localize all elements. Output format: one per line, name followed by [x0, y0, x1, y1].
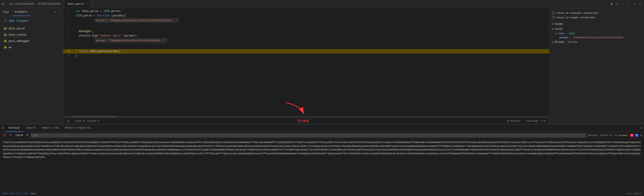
inline-val-2: params = "5588a9e126c91a28cc2f6813e37933…	[94, 18, 179, 23]
drag-handle-icon: ⠿	[2, 126, 6, 130]
pause-uncaught-row: Pause on uncaught exceptions	[550, 11, 644, 15]
deactivate-btn[interactable]: ⤶	[638, 1, 642, 6]
main-area: Page Snippets » ⋮ ＋ New snippet JS data_…	[0, 8, 644, 124]
this-chevron-icon: ▶	[556, 32, 557, 35]
close-console-icon[interactable]: ×	[640, 126, 642, 130]
this-row: ▶ this : JSON	[550, 31, 644, 36]
line-num-2: 2	[63, 13, 72, 18]
pause-caught-row: Pause on caught exceptions	[550, 15, 644, 20]
this-colon: :	[566, 32, 567, 35]
tab-data-parse[interactable]: data_parse ×	[65, 0, 90, 8]
snippet-name: data_parse	[8, 27, 25, 30]
run-snippet-btn[interactable]: ▶ ⌘+Enter	[508, 119, 521, 122]
code-line-6: 6 }	[63, 54, 549, 58]
bottom-console: ⠿ Console Search What's new Memory Inspe…	[0, 124, 644, 196]
global-header[interactable]: ▶ Global Window	[550, 40, 644, 45]
snippet-item-data-parse[interactable]: JS data_parse	[0, 25, 63, 32]
console-tab-console-label: Console	[8, 126, 20, 129]
console-bottom-bar: Show more (15.2 kB) Copy CSDN @吴秋霜	[0, 191, 644, 196]
js-icon-4: JS	[4, 46, 7, 49]
line-code-4: console.log("request data:",params); par…	[72, 34, 549, 49]
pause-uncaught-checkbox[interactable]	[552, 12, 555, 14]
eye-icon[interactable]: 👁	[26, 134, 29, 137]
js-icon-3: JS	[4, 40, 7, 43]
this-key: this	[558, 32, 564, 35]
copy-btn[interactable]: Copy	[30, 193, 36, 195]
coverage-label: Coverage: n/a	[526, 120, 546, 122]
snippet-name-3: pass_debugger	[8, 40, 30, 43]
window-label: Window	[568, 41, 578, 44]
console-tab-memory-label: Memory Inspector	[65, 126, 91, 129]
settings-icon[interactable]: ⚙	[640, 134, 642, 137]
tab-overflow-btn[interactable]: ›	[91, 2, 94, 6]
editor-content[interactable]: 1 var data_parse = JSON.parse; 2 JSON.pa…	[63, 8, 549, 116]
snippet-item-pass-debugger[interactable]: JS pass_debugger	[0, 38, 63, 44]
console-tab-whatsnew[interactable]: What's new	[39, 124, 62, 132]
local-chevron-icon: ▼	[552, 28, 554, 30]
line-num-6: 6	[63, 54, 72, 58]
new-snippet-btn[interactable]: ＋ New snippet	[0, 16, 63, 25]
console-toolbar: 🚫 ⊘ top ▼ 👁 Default levels ▼ 5 Issues: 3…	[0, 132, 644, 139]
show-more-btn[interactable]: Show more (15.2 kB)	[3, 193, 28, 195]
scope-header[interactable]: ▼ Scope	[550, 22, 644, 27]
params-row: params : "5588a9e126c91a28cc2f6813e37933…	[550, 36, 644, 40]
status-bar: {} Line 5, Column 5 密文数据 ▶ ⌘+Enter Cover…	[63, 118, 549, 124]
status-center-text: 密文数据	[104, 119, 502, 123]
step-btn[interactable]: →	[632, 2, 636, 6]
code-line-2: 2 JSON.parse = function (params){ params…	[63, 13, 549, 29]
new-snippet-label: New snippet	[9, 19, 28, 22]
resume-btn[interactable]: ▶	[610, 1, 614, 6]
this-value: JSON	[568, 32, 574, 35]
sidebar-tab-menu-icon[interactable]: ⋮	[58, 10, 63, 14]
line-code-3: debugger;	[72, 29, 549, 34]
snippet-item-ws[interactable]: JS ws	[0, 44, 63, 51]
console-tab-console[interactable]: Console	[6, 124, 23, 132]
console-tab-search[interactable]: Search	[23, 124, 39, 132]
tab-hm-js[interactable]: hm.js?b1b4b9ea6...92160766a9c55c	[6, 0, 64, 8]
tab-close-icon[interactable]: ×	[86, 3, 88, 5]
scope-label: Scope	[555, 22, 563, 26]
context-select[interactable]: top ▼	[14, 133, 24, 137]
exceptions-section: Pause on uncaught exceptions Pause on ca…	[550, 10, 644, 21]
right-panel: Pause on uncaught exceptions Pause on ca…	[549, 8, 644, 124]
line-code-2: JSON.parse = function (params){ params =…	[72, 13, 549, 29]
tab-data-parse-label: data_parse	[68, 2, 84, 6]
snippet-item-hook-cookie[interactable]: JS hook_cookie	[0, 32, 63, 38]
default-levels-btn[interactable]: Default levels ▼	[588, 134, 612, 137]
code-line-1: 1 var data_parse = JSON.parse;	[63, 9, 549, 13]
line-code-1: var data_parse = JSON.parse;	[72, 9, 549, 13]
clear-console-btn[interactable]: 🚫	[2, 133, 7, 137]
code-line-3: 3 debugger;	[63, 29, 549, 34]
horizontal-scrollbar[interactable]	[63, 116, 549, 118]
params-colon: :	[570, 36, 571, 39]
line-num-4: 4	[63, 34, 72, 38]
scope-chevron-icon: ▼	[552, 23, 554, 25]
sidebar-tab-more-icon[interactable]: »	[52, 10, 58, 14]
snippet-name-2: hook_cookie	[8, 33, 26, 36]
toolbar-right: ▶ ↺ ↓ ↑ → ⤶	[610, 1, 642, 6]
line-code-6: }	[72, 54, 549, 58]
local-header[interactable]: ▼ Local	[550, 27, 644, 31]
step-out-btn[interactable]: ↑	[626, 2, 630, 6]
js-icon-2: JS	[4, 33, 7, 36]
devtools-grid-icon: ⊞	[2, 2, 6, 6]
code-line-5: 5 return data_parse(params);	[63, 49, 549, 54]
console-tab-search-label: Search	[26, 126, 36, 129]
sidebar-tab-page-label: Page	[3, 10, 9, 14]
line-num-1: 1	[63, 9, 72, 13]
console-tab-memory[interactable]: Memory Inspector	[62, 124, 94, 132]
local-label: Local	[555, 27, 563, 31]
sidebar-tab-page[interactable]: Page	[0, 8, 12, 16]
sidebar-tab-snippets[interactable]: Snippets	[12, 8, 30, 16]
tab-hm-js-label: hm.js?b1b4b9ea6...92160766a9c55c	[9, 2, 61, 6]
step-over-btn[interactable]: ↺	[616, 1, 619, 6]
issues-red-badge: 3	[630, 134, 634, 137]
sidebar: Page Snippets » ⋮ ＋ New snippet JS data_…	[0, 8, 63, 124]
curly-braces-icon: {}	[67, 120, 70, 122]
console-filter-input[interactable]	[31, 133, 586, 137]
params-key: params	[559, 36, 568, 39]
issues-blue-badge: 2	[635, 134, 638, 137]
issues-badge: 5 Issues: 3 2	[615, 134, 638, 137]
step-into-btn[interactable]: ↓	[621, 2, 625, 6]
pause-caught-checkbox[interactable]	[552, 16, 555, 19]
